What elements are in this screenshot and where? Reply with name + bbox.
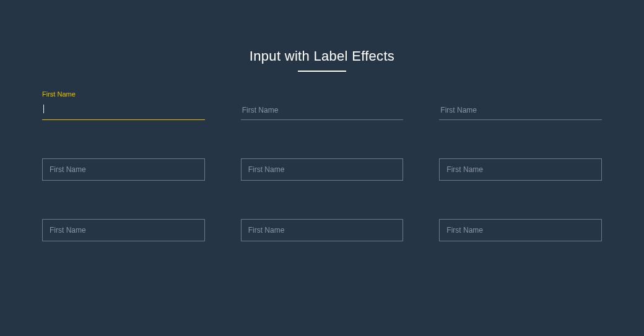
first-name-input[interactable] [439, 158, 602, 181]
input-field-boxed[interactable]: First Name [42, 219, 205, 241]
title-underline [298, 71, 346, 72]
page-title: Input with Label Effects [0, 48, 644, 64]
text-cursor [43, 105, 44, 113]
input-field-boxed[interactable]: First Name [241, 158, 404, 181]
input-field-boxed[interactable]: First Name [439, 219, 602, 241]
input-field-boxed[interactable]: First Name [439, 158, 602, 181]
input-field-underline-focused[interactable]: First Name [42, 101, 205, 120]
first-name-input[interactable] [439, 101, 602, 120]
first-name-input[interactable] [241, 158, 404, 181]
input-field-boxed[interactable]: First Name [42, 158, 205, 181]
input-field-underline[interactable]: First Name [439, 101, 602, 120]
input-field-boxed[interactable]: First Name [241, 219, 404, 241]
first-name-input[interactable] [42, 158, 205, 181]
form-grid: First Name First Name First Name First N… [42, 101, 602, 241]
first-name-input[interactable] [439, 219, 602, 241]
first-name-input[interactable] [241, 101, 404, 120]
input-label: First Name [42, 90, 76, 98]
first-name-input[interactable] [42, 101, 205, 120]
input-field-underline[interactable]: First Name [241, 101, 404, 120]
first-name-input[interactable] [42, 219, 205, 241]
first-name-input[interactable] [241, 219, 404, 241]
